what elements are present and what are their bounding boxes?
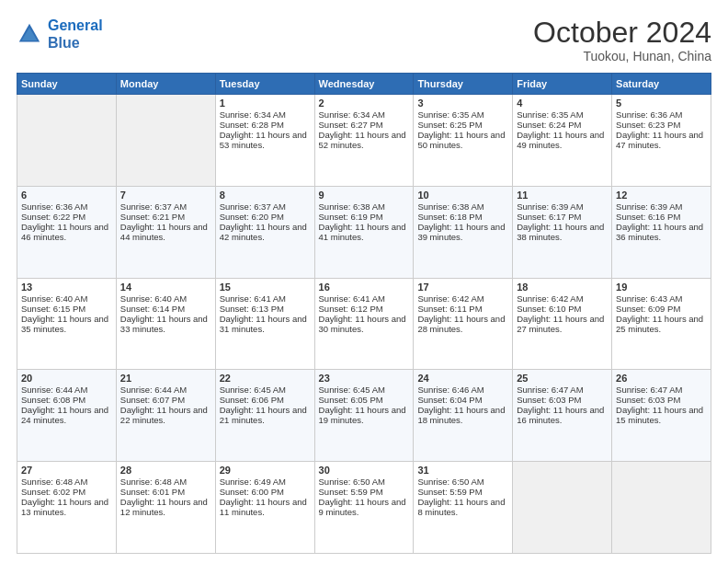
- day-info: Sunrise: 6:34 AM: [220, 109, 311, 120]
- calendar-cell: 22Sunrise: 6:45 AMSunset: 6:06 PMDayligh…: [215, 370, 314, 462]
- day-number: 28: [120, 465, 211, 476]
- calendar-cell: 27Sunrise: 6:48 AMSunset: 6:02 PMDayligh…: [17, 462, 117, 554]
- day-number: 31: [417, 465, 508, 476]
- calendar-cell: 5Sunrise: 6:36 AMSunset: 6:23 PMDaylight…: [612, 95, 711, 187]
- day-info: Daylight: 11 hours and 33 minutes.: [120, 314, 211, 334]
- calendar-cell: 13Sunrise: 6:40 AMSunset: 6:15 PMDayligh…: [17, 278, 117, 370]
- day-number: 17: [417, 282, 508, 293]
- day-info: Sunrise: 6:35 AM: [417, 109, 508, 120]
- logo-blue: Blue: [48, 35, 80, 51]
- day-info: Daylight: 11 hours and 42 minutes.: [220, 222, 311, 242]
- calendar-cell: 21Sunrise: 6:44 AMSunset: 6:07 PMDayligh…: [116, 370, 215, 462]
- day-number: 21: [120, 373, 211, 384]
- day-info: Sunrise: 6:41 AM: [220, 293, 311, 304]
- day-info: Sunset: 6:00 PM: [220, 487, 311, 497]
- day-info: Daylight: 11 hours and 39 minutes.: [417, 222, 508, 242]
- calendar-cell: 29Sunrise: 6:49 AMSunset: 6:00 PMDayligh…: [215, 462, 314, 554]
- calendar-week-row: 20Sunrise: 6:44 AMSunset: 6:08 PMDayligh…: [17, 370, 711, 462]
- calendar-cell: 18Sunrise: 6:42 AMSunset: 6:10 PMDayligh…: [513, 278, 612, 370]
- day-info: Sunset: 6:03 PM: [616, 395, 707, 405]
- day-info: Sunset: 6:21 PM: [120, 212, 211, 222]
- day-number: 1: [220, 98, 311, 109]
- calendar-cell: 30Sunrise: 6:50 AMSunset: 5:59 PMDayligh…: [314, 462, 414, 554]
- day-info: Daylight: 11 hours and 52 minutes.: [319, 130, 410, 150]
- day-info: Sunrise: 6:40 AM: [21, 293, 112, 304]
- day-number: 13: [21, 282, 112, 293]
- day-number: 14: [120, 282, 211, 293]
- day-info: Sunset: 6:12 PM: [319, 304, 410, 314]
- title-block: October 2024 Tuokou, Hunan, China: [533, 17, 711, 63]
- day-info: Daylight: 11 hours and 22 minutes.: [120, 405, 211, 425]
- day-info: Daylight: 11 hours and 53 minutes.: [220, 130, 311, 150]
- day-number: 8: [220, 190, 311, 201]
- day-info: Daylight: 11 hours and 50 minutes.: [417, 130, 508, 150]
- calendar-cell: 1Sunrise: 6:34 AMSunset: 6:28 PMDaylight…: [215, 95, 314, 187]
- day-number: 16: [319, 282, 410, 293]
- day-info: Sunrise: 6:44 AM: [120, 385, 211, 395]
- day-info: Sunset: 6:23 PM: [616, 120, 707, 130]
- page: General Blue October 2024 Tuokou, Hunan,…: [0, 0, 728, 563]
- day-info: Sunrise: 6:46 AM: [417, 385, 508, 395]
- day-info: Daylight: 11 hours and 16 minutes.: [517, 405, 608, 425]
- day-number: 10: [417, 190, 508, 201]
- day-info: Sunset: 6:09 PM: [616, 304, 707, 314]
- day-number: 29: [220, 465, 311, 476]
- calendar-week-row: 1Sunrise: 6:34 AMSunset: 6:28 PMDaylight…: [17, 95, 711, 187]
- calendar-cell: 15Sunrise: 6:41 AMSunset: 6:13 PMDayligh…: [215, 278, 314, 370]
- calendar-cell: 20Sunrise: 6:44 AMSunset: 6:08 PMDayligh…: [17, 370, 117, 462]
- day-info: Daylight: 11 hours and 47 minutes.: [616, 130, 707, 150]
- calendar-week-row: 13Sunrise: 6:40 AMSunset: 6:15 PMDayligh…: [17, 278, 711, 370]
- day-info: Daylight: 11 hours and 21 minutes.: [220, 405, 311, 425]
- day-info: Daylight: 11 hours and 44 minutes.: [120, 222, 211, 242]
- day-info: Sunset: 6:10 PM: [517, 304, 608, 314]
- calendar-header-row: SundayMondayTuesdayWednesdayThursdayFrid…: [17, 74, 711, 95]
- day-info: Sunrise: 6:37 AM: [220, 201, 311, 212]
- day-number: 7: [120, 190, 211, 201]
- day-number: 25: [517, 373, 608, 384]
- day-number: 20: [21, 373, 112, 384]
- day-info: Sunrise: 6:38 AM: [417, 201, 508, 212]
- day-info: Sunset: 6:13 PM: [220, 304, 311, 314]
- day-info: Sunset: 6:18 PM: [417, 212, 508, 222]
- day-info: Sunrise: 6:37 AM: [120, 201, 211, 212]
- day-info: Daylight: 11 hours and 8 minutes.: [417, 497, 508, 517]
- logo-text: General Blue: [48, 17, 103, 52]
- calendar-cell: 7Sunrise: 6:37 AMSunset: 6:21 PMDaylight…: [116, 186, 215, 278]
- day-info: Sunset: 6:15 PM: [21, 304, 112, 314]
- calendar-cell: [612, 462, 711, 554]
- calendar-cell: 31Sunrise: 6:50 AMSunset: 5:59 PMDayligh…: [414, 462, 513, 554]
- day-info: Sunrise: 6:45 AM: [220, 385, 311, 395]
- day-info: Sunset: 6:07 PM: [120, 395, 211, 405]
- calendar-cell: 6Sunrise: 6:36 AMSunset: 6:22 PMDaylight…: [17, 186, 117, 278]
- day-info: Sunset: 6:17 PM: [517, 212, 608, 222]
- day-number: 9: [319, 190, 410, 201]
- calendar-cell: 17Sunrise: 6:42 AMSunset: 6:11 PMDayligh…: [414, 278, 513, 370]
- day-info: Daylight: 11 hours and 12 minutes.: [120, 497, 211, 517]
- day-info: Daylight: 11 hours and 15 minutes.: [616, 405, 707, 425]
- day-of-week-header: Tuesday: [215, 74, 314, 95]
- day-info: Sunset: 6:03 PM: [517, 395, 608, 405]
- day-info: Sunrise: 6:47 AM: [517, 385, 608, 395]
- day-number: 4: [517, 98, 608, 109]
- day-info: Daylight: 11 hours and 25 minutes.: [616, 314, 707, 334]
- day-info: Sunset: 6:06 PM: [220, 395, 311, 405]
- calendar-cell: 4Sunrise: 6:35 AMSunset: 6:24 PMDaylight…: [513, 95, 612, 187]
- logo-icon: [17, 21, 42, 47]
- day-number: 23: [319, 373, 410, 384]
- month-title: October 2024: [533, 17, 711, 49]
- day-info: Daylight: 11 hours and 35 minutes.: [21, 314, 112, 334]
- day-info: Daylight: 11 hours and 9 minutes.: [319, 497, 410, 517]
- day-number: 3: [417, 98, 508, 109]
- day-info: Sunset: 6:01 PM: [120, 487, 211, 497]
- day-info: Sunset: 6:14 PM: [120, 304, 211, 314]
- day-number: 30: [319, 465, 410, 476]
- day-info: Sunrise: 6:44 AM: [21, 385, 112, 395]
- day-number: 12: [616, 190, 707, 201]
- day-info: Sunset: 6:04 PM: [417, 395, 508, 405]
- day-info: Sunrise: 6:40 AM: [120, 293, 211, 304]
- day-number: 11: [517, 190, 608, 201]
- calendar-cell: 28Sunrise: 6:48 AMSunset: 6:01 PMDayligh…: [116, 462, 215, 554]
- calendar-cell: 24Sunrise: 6:46 AMSunset: 6:04 PMDayligh…: [414, 370, 513, 462]
- day-info: Sunrise: 6:35 AM: [517, 109, 608, 120]
- day-number: 27: [21, 465, 112, 476]
